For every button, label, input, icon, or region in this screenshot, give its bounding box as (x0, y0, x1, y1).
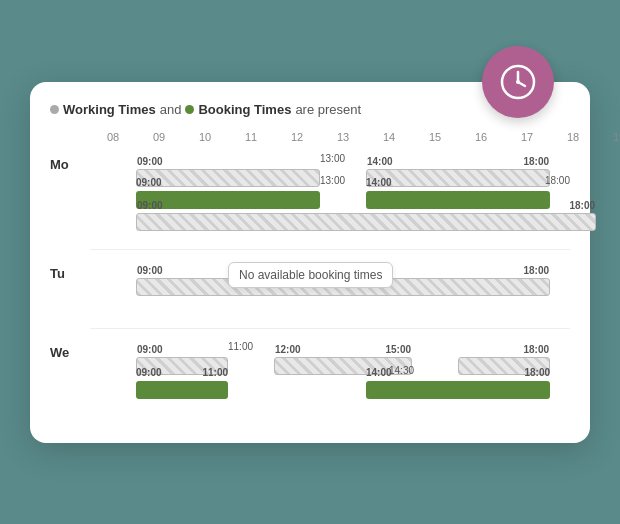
day-row-tuesday: Tu 09:00 18:00 No available booking time… (50, 258, 570, 318)
hour-17: 17 (504, 131, 550, 143)
mo-start-1: 09:00 (137, 156, 163, 167)
mo-green-end-2: 18:00 (545, 175, 570, 186)
day-label-wednesday: We (50, 337, 90, 360)
mo-gray-bar-1: 09:00 (136, 167, 320, 185)
day-row-monday: Mo 09:00 14:00 18:00 13:00 (50, 149, 570, 239)
we-green2-end: 18:00 (524, 367, 550, 378)
clock-badge (482, 46, 554, 118)
we-green1-start: 09:00 (136, 367, 162, 378)
we-green-2: 14:00 18:00 (366, 379, 550, 397)
booking-times-dot (185, 105, 194, 114)
day-row-wednesday: We 09:00 11:00 12:00 15:00 18:00 (50, 337, 570, 417)
hour-09: 09 (136, 131, 182, 143)
working-times-label: Working Times (63, 102, 156, 117)
hour-13: 13 (320, 131, 366, 143)
hour-18: 18 (550, 131, 596, 143)
we-gray1-end: 11:00 (228, 341, 253, 352)
clock-icon (500, 64, 536, 100)
no-booking-bubble: No available booking times (228, 262, 393, 288)
hour-08: 08 (90, 131, 136, 143)
day-label-tuesday: Tu (50, 258, 90, 281)
we-green2-start: 14:00 (366, 367, 392, 378)
we-green-1: 09:00 11:00 (136, 379, 228, 397)
we-gray1-start: 09:00 (137, 344, 163, 355)
we-green1-end: 11:00 (202, 367, 228, 378)
mo-end-1-label: 13:00 (320, 153, 345, 164)
day-label-monday: Mo (50, 149, 90, 172)
wednesday-bars: 09:00 11:00 12:00 15:00 18:00 (90, 337, 570, 417)
mo-green-start-2: 14:00 (366, 177, 392, 188)
we-gray2-end: 15:00 (385, 344, 411, 355)
mo-green-bar-1: 09:00 (136, 189, 320, 207)
mo-green-start-1: 09:00 (136, 177, 162, 188)
tu-end: 18:00 (523, 265, 549, 276)
mo-green-bar-2: 14:00 (366, 189, 550, 207)
hour-15: 15 (412, 131, 458, 143)
tu-start: 09:00 (137, 265, 163, 276)
tuesday-bars: 09:00 18:00 No available booking times (90, 258, 570, 318)
mo-end-2: 18:00 (523, 156, 549, 167)
we-gray3-end: 18:00 (523, 344, 549, 355)
mo-gray3-start: 09:00 (137, 200, 163, 211)
no-booking-text: No available booking times (239, 268, 382, 282)
working-times-dot (50, 105, 59, 114)
hour-19: 19 (596, 131, 620, 143)
monday-bars: 09:00 14:00 18:00 13:00 09:00 (90, 149, 570, 239)
we-gray2-start: 12:00 (275, 344, 301, 355)
we-1430-label: 14:30 (389, 365, 414, 376)
divider-mo-tu (90, 249, 570, 250)
time-header: 08 09 10 11 12 13 14 15 16 17 18 19 (90, 131, 570, 143)
mo-gray-bar-3: 09:00 18:00 (136, 211, 620, 229)
hour-11: 11 (228, 131, 274, 143)
mo-green-end-1: 13:00 (320, 175, 345, 186)
hour-16: 16 (458, 131, 504, 143)
and-text: and (160, 102, 182, 117)
hour-14: 14 (366, 131, 412, 143)
mo-gray-bar-2: 14:00 18:00 (366, 167, 550, 185)
mo-gray3-end: 18:00 (569, 200, 595, 211)
svg-point-3 (516, 80, 520, 84)
hour-12: 12 (274, 131, 320, 143)
hour-10: 10 (182, 131, 228, 143)
mo-start-2: 14:00 (367, 156, 393, 167)
legend-suffix: are present (295, 102, 361, 117)
booking-times-label: Booking Times (198, 102, 291, 117)
schedule-card: Working Times and Booking Times are pres… (30, 82, 590, 443)
divider-tu-we (90, 328, 570, 329)
